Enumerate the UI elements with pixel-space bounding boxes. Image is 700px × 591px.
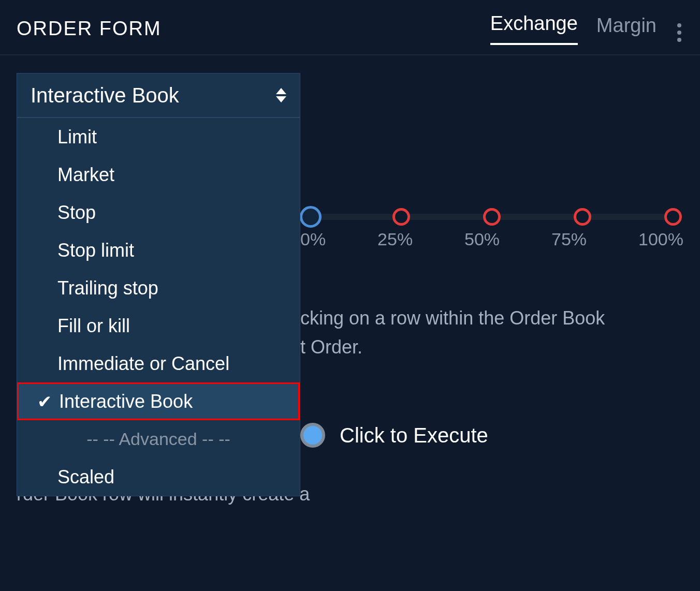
desc-line-2: t Order. — [300, 336, 362, 358]
kebab-menu-icon[interactable] — [675, 20, 683, 45]
option-label: Interactive Book — [59, 391, 193, 412]
slider-stop-50[interactable] — [483, 208, 501, 226]
check-icon: ✔ — [37, 391, 52, 412]
option-limit[interactable]: Limit — [17, 118, 300, 156]
desc-line-1: cking on a row within the Order Book — [300, 307, 605, 329]
slider-labels: 0% 25% 50% 75% 100% — [300, 229, 683, 249]
slider-label-50: 50% — [464, 229, 500, 249]
amount-pct-slider[interactable]: 0% 25% 50% 75% 100% — [300, 214, 683, 249]
slider-stop-25[interactable] — [392, 208, 410, 226]
slider-label-75: 75% — [551, 229, 587, 249]
order-type-description: cking on a row within the Order Book t O… — [300, 304, 683, 362]
dropdown-separator-advanced: -- -- Advanced -- -- — [17, 420, 300, 458]
option-trailing-stop[interactable]: Trailing stop — [17, 269, 300, 307]
slider-label-0: 0% — [300, 229, 326, 249]
click-to-execute-radio[interactable] — [300, 423, 325, 448]
option-immediate-or-cancel[interactable]: Immediate or Cancel — [17, 345, 300, 382]
slider-track[interactable] — [311, 214, 673, 220]
panel-body: Interactive Book Limit Market Stop Stop … — [0, 55, 700, 117]
slider-label-100: 100% — [638, 229, 683, 249]
select-caret-icon — [276, 88, 286, 102]
option-fill-or-kill[interactable]: Fill or kill — [17, 307, 300, 345]
option-stop[interactable]: Stop — [17, 194, 300, 231]
tab-exchange[interactable]: Exchange — [490, 12, 578, 45]
slider-stop-100[interactable] — [664, 208, 682, 226]
slider-label-25: 25% — [377, 229, 413, 249]
order-type-select[interactable]: Interactive Book — [17, 73, 300, 117]
panel-title: ORDER FORM — [17, 18, 162, 40]
click-to-execute-label: Click to Execute — [340, 424, 488, 447]
slider-stop-75[interactable] — [574, 208, 591, 226]
panel-header: ORDER FORM Exchange Margin — [0, 0, 700, 55]
option-scaled[interactable]: Scaled — [17, 458, 300, 496]
order-form-panel: ORDER FORM Exchange Margin Interactive B… — [0, 0, 700, 591]
option-market[interactable]: Market — [17, 156, 300, 194]
option-stop-limit[interactable]: Stop limit — [17, 231, 300, 269]
order-type-dropdown: Limit Market Stop Stop limit Trailing st… — [17, 117, 300, 496]
option-interactive-book[interactable]: ✔ Interactive Book — [17, 382, 300, 420]
tab-bar: Exchange Margin — [490, 12, 683, 45]
execute-mode-row: Click to Execute — [300, 423, 683, 448]
tab-margin[interactable]: Margin — [596, 14, 657, 45]
slider-stop-0[interactable] — [300, 206, 322, 228]
order-type-selected-label: Interactive Book — [31, 84, 179, 107]
